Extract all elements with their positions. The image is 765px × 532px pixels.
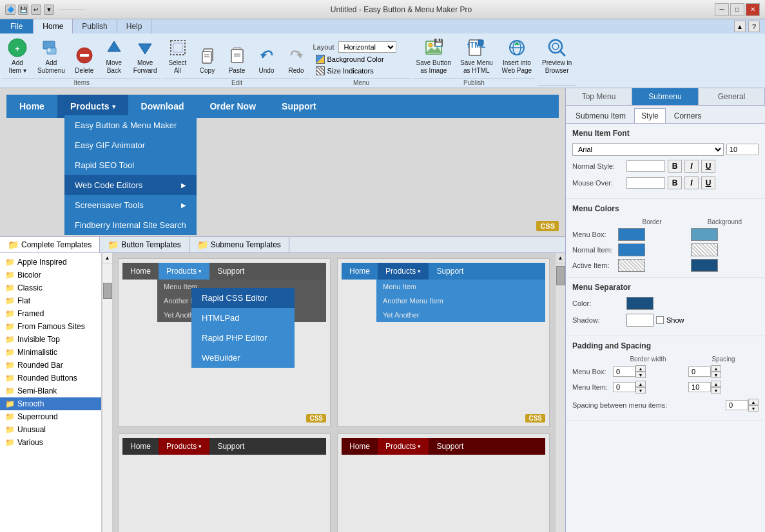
- delete-button[interactable]: Delete: [70, 44, 99, 76]
- copy-button[interactable]: Copy: [193, 44, 222, 76]
- dropdown-item-rst[interactable]: Rapid SEO Tool: [64, 155, 197, 175]
- submenu-item-webuilder[interactable]: WeBuilder: [191, 348, 295, 368]
- dropdown-item-wce[interactable]: Web Code Editors ▶: [64, 175, 197, 195]
- menu-item-bw-down[interactable]: ▼: [635, 387, 646, 394]
- grid-scrollbar[interactable]: ▲ ▼: [555, 253, 565, 532]
- panel-tab-general[interactable]: General: [699, 88, 765, 105]
- template-card-4[interactable]: Home Products ▾ Support: [337, 433, 550, 532]
- scroll-up-btn[interactable]: ▲: [102, 253, 112, 263]
- menu-box-sp-down[interactable]: ▼: [711, 372, 721, 378]
- menu-item-home[interactable]: Home: [6, 95, 57, 118]
- panel-sub-tab-item[interactable]: Submenu Item: [568, 108, 633, 123]
- menu-item-bw-up[interactable]: ▲: [635, 381, 646, 387]
- underline-over-btn[interactable]: U: [701, 176, 715, 189]
- menu-item-sp-input[interactable]: [688, 382, 711, 392]
- collapse-ribbon[interactable]: ▲: [734, 21, 746, 32]
- add-submenu-button[interactable]: + AddSubmenu: [34, 36, 69, 76]
- sidebar-item-apple[interactable]: 📁 Apple Inspired: [0, 256, 101, 269]
- sidebar-item-minimalistic[interactable]: 📁 Minimalistic: [0, 346, 101, 359]
- menu-item-ordernow[interactable]: Order Now: [197, 95, 269, 118]
- active-item-bg[interactable]: [691, 259, 718, 272]
- menu-box-bg[interactable]: [691, 228, 718, 241]
- sidebar-item-bicolor[interactable]: 📁 Bicolor: [0, 269, 101, 281]
- tab-help[interactable]: Help: [117, 19, 152, 33]
- move-forward-button[interactable]: MoveForward: [130, 36, 161, 76]
- minimize-btn[interactable]: ─: [715, 3, 729, 16]
- add-item-button[interactable]: + AddItem ▾: [3, 36, 32, 76]
- font-select[interactable]: Arial Verdana Times New Roman: [572, 143, 724, 156]
- save-quick[interactable]: 💾: [18, 5, 28, 15]
- submenu-item-rpe[interactable]: Rapid PHP Editor: [191, 328, 295, 348]
- underline-btn[interactable]: U: [701, 160, 715, 173]
- spacing-between-up[interactable]: ▲: [748, 399, 759, 405]
- dropdown-item-ega[interactable]: Easy GIF Animator: [64, 135, 197, 155]
- font-size-input[interactable]: [726, 144, 759, 155]
- undo-quick[interactable]: ↩: [31, 5, 41, 15]
- menu-box-sp-up[interactable]: ▲: [711, 365, 721, 372]
- submenu-item-htmlpad[interactable]: HTMLPad: [191, 308, 295, 328]
- menu-item-products[interactable]: Products ▾: [57, 95, 128, 118]
- dropdown-quick[interactable]: ▼: [44, 5, 54, 15]
- menu-box-sp-input[interactable]: [688, 366, 711, 377]
- spacing-between-down[interactable]: ▼: [748, 405, 759, 412]
- menu-box-bw-down[interactable]: ▼: [635, 372, 646, 378]
- panel-sub-tab-style[interactable]: Style: [634, 108, 666, 123]
- tab-home[interactable]: Home: [34, 19, 73, 33]
- background-color-button[interactable]: Background Color: [313, 54, 396, 64]
- active-item-border[interactable]: [618, 259, 645, 272]
- menu-box-border[interactable]: [618, 228, 645, 241]
- dropdown-item-sst[interactable]: Screensaver Tools ▶: [64, 195, 197, 215]
- menu-item-sp-down[interactable]: ▼: [711, 387, 721, 394]
- scroll-thumb[interactable]: [103, 283, 112, 299]
- template-card-3[interactable]: Home Products ▾ Support: [118, 433, 331, 532]
- tab-button-templates[interactable]: 📁 Button Templates: [100, 237, 189, 252]
- menu-item-support[interactable]: Support: [269, 95, 329, 118]
- dropdown-item-ebmm[interactable]: Easy Button & Menu Maker: [64, 115, 197, 135]
- tab-complete-templates[interactable]: 📁 Complete Templates: [0, 237, 100, 252]
- size-indicators-button[interactable]: Size Indicators: [313, 66, 396, 76]
- sidebar-item-invisible[interactable]: 📁 Invisible Top: [0, 333, 101, 346]
- dropdown-item-fiss[interactable]: Findberry Internal Site Search: [64, 215, 197, 235]
- sidebar-item-various[interactable]: 📁 Various: [0, 436, 101, 449]
- sidebar-item-rounded-bar[interactable]: 📁 Rounded Bar: [0, 359, 101, 372]
- layout-select[interactable]: Horizontal Vertical: [338, 41, 396, 53]
- save-html-button[interactable]: HTML Save Menuas HTML: [456, 36, 497, 76]
- italic-over-btn[interactable]: I: [684, 176, 699, 189]
- sidebar-item-flat[interactable]: 📁 Flat: [0, 294, 101, 307]
- sidebar-item-unusual[interactable]: 📁 Unusual: [0, 423, 101, 436]
- tab-submenu-templates[interactable]: 📁 Submenu Templates: [189, 237, 289, 252]
- menu-box-bw-input[interactable]: [613, 366, 635, 377]
- sidebar-scrollbar[interactable]: ▲ ▼: [102, 253, 112, 532]
- menu-box-bw-up[interactable]: ▲: [635, 365, 646, 372]
- grid-scroll-thumb[interactable]: [556, 266, 565, 285]
- bold-btn[interactable]: B: [668, 160, 682, 173]
- submenu-item-rce[interactable]: Rapid CSS Editor: [191, 288, 295, 308]
- select-all-button[interactable]: SelectAll: [164, 36, 192, 76]
- sidebar-item-framed[interactable]: 📁 Framed: [0, 307, 101, 320]
- tab-file[interactable]: File: [0, 19, 34, 33]
- preview-browser-button[interactable]: Preview inBrowser: [538, 36, 576, 76]
- mouse-over-input[interactable]: [626, 177, 665, 189]
- italic-btn[interactable]: I: [684, 160, 699, 173]
- normal-item-border[interactable]: [618, 243, 645, 256]
- maximize-btn[interactable]: □: [730, 3, 744, 16]
- menu-item-bw-input[interactable]: [613, 382, 635, 392]
- sidebar-item-smooth[interactable]: 📁 Smooth: [0, 397, 101, 410]
- template-card-2[interactable]: Home Products ▾ Support Menu Item Anothe…: [337, 258, 550, 427]
- panel-tab-topmenu[interactable]: Top Menu: [566, 88, 632, 105]
- shadow-show-checkbox[interactable]: [656, 316, 664, 324]
- menu-item-download[interactable]: Download: [128, 95, 197, 118]
- spacing-between-input[interactable]: [726, 400, 748, 410]
- paste-button[interactable]: Paste: [223, 44, 251, 76]
- sidebar-item-semi-blank[interactable]: 📁 Semi-Blank: [0, 385, 101, 397]
- grid-scroll-up[interactable]: ▲: [556, 253, 565, 263]
- close-btn[interactable]: ✕: [746, 3, 760, 16]
- move-back-button[interactable]: MoveBack: [100, 36, 128, 76]
- bold-over-btn[interactable]: B: [668, 176, 682, 189]
- tab-publish[interactable]: Publish: [73, 19, 117, 33]
- undo-button[interactable]: Undo: [253, 44, 281, 76]
- normal-item-bg[interactable]: [691, 243, 718, 256]
- separator-shadow-btn[interactable]: [626, 314, 654, 327]
- menu-item-sp-up[interactable]: ▲: [711, 381, 721, 387]
- sidebar-item-superround[interactable]: 📁 Superround: [0, 410, 101, 423]
